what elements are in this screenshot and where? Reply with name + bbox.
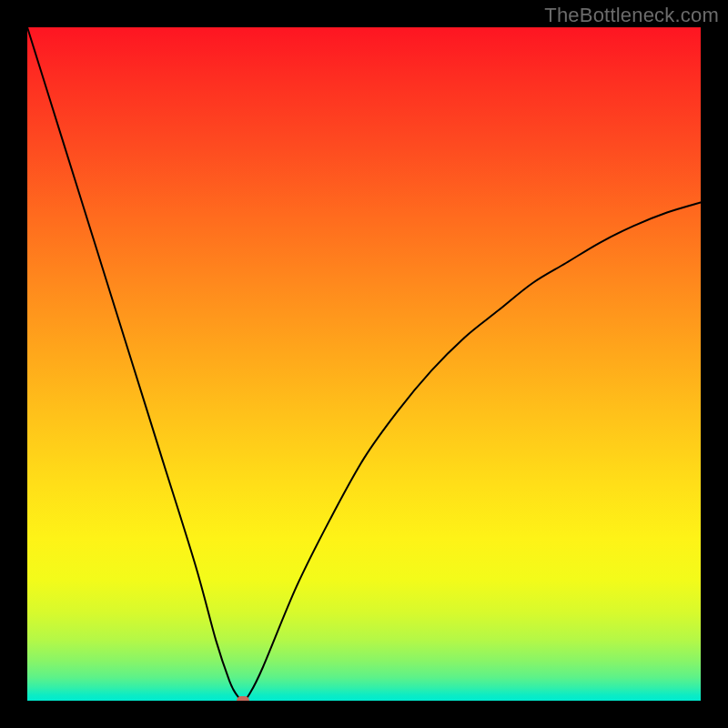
- chart-frame: TheBottleneck.com: [0, 0, 728, 728]
- watermark-text: TheBottleneck.com: [544, 4, 719, 27]
- plot-area: [27, 27, 701, 701]
- minimum-marker: [237, 696, 249, 701]
- bottleneck-curve: [27, 27, 701, 701]
